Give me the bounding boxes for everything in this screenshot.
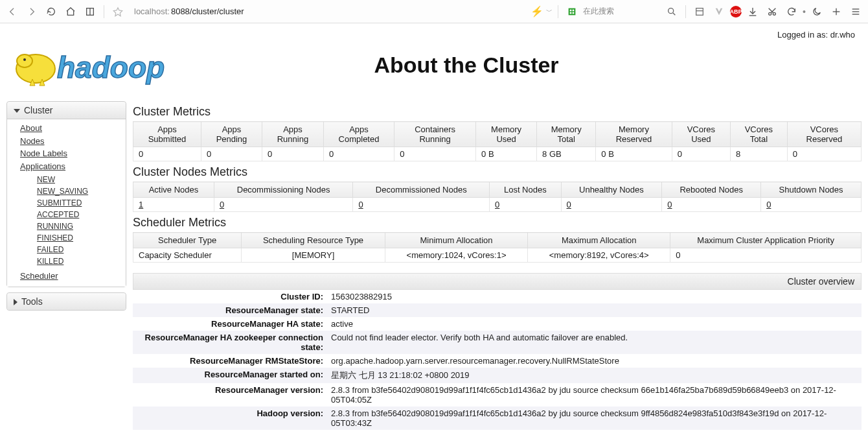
svg-rect-7 xyxy=(573,12,575,14)
link-decomming[interactable]: 0 xyxy=(220,200,224,209)
undo-icon[interactable] xyxy=(783,3,800,20)
td-apps-pending: 0 xyxy=(201,147,262,161)
th-sched-min: Minimum Allocation xyxy=(385,233,527,248)
overview-table: Cluster ID:1563023882915 ResourceManager… xyxy=(133,290,862,430)
section-scheduler: Scheduler Metrics xyxy=(133,216,862,230)
link-unhealthy[interactable]: 0 xyxy=(567,200,571,209)
v-rm-version: 2.8.3 from b3fe56402d908019d99af1f1f4fc6… xyxy=(327,383,862,407)
th-mem-total: Memory Total xyxy=(537,122,596,147)
sidebar-item-scheduler[interactable]: Scheduler xyxy=(20,270,120,283)
favorite-button[interactable] xyxy=(109,3,126,20)
appstate-running[interactable]: RUNNING xyxy=(37,220,120,232)
v-rm-statestore: org.apache.hadoop.yarn.server.resourcema… xyxy=(327,354,862,368)
td-mem-used: 0 B xyxy=(476,147,537,161)
td-decomming: 0 xyxy=(214,198,353,212)
link-decommed[interactable]: 0 xyxy=(358,200,363,209)
link-reboot[interactable]: 0 xyxy=(667,200,672,209)
td-mem-res: 0 B xyxy=(596,147,672,161)
th-shutdown: Shutdown Nodes xyxy=(761,182,862,198)
section-cluster-nodes: Cluster Nodes Metrics xyxy=(133,165,862,179)
browser-toolbar: localhost:8088/cluster/cluster ⚡ ﹀ 在此搜索 … xyxy=(0,0,868,23)
toolbar-right: ABP • xyxy=(691,3,864,20)
chevron-down-icon[interactable]: ﹀ xyxy=(546,7,553,16)
url-path: 8088/cluster/cluster xyxy=(171,6,244,16)
sidebar: Cluster About Nodes Node Labels Applicat… xyxy=(6,101,126,430)
header: hadoop About the Cluster xyxy=(6,41,862,88)
address-bar[interactable]: localhost:8088/cluster/cluster xyxy=(129,4,528,19)
reload-button[interactable] xyxy=(43,3,60,20)
appstate-finished[interactable]: FINISHED xyxy=(37,232,120,244)
back-button[interactable] xyxy=(4,3,21,20)
login-status: Logged in as: dr.who xyxy=(6,30,862,41)
translate-icon[interactable] xyxy=(691,3,708,20)
appstate-submitted[interactable]: SUBMITTED xyxy=(37,197,120,209)
svg-line-9 xyxy=(673,13,675,15)
sidebar-item-about[interactable]: About xyxy=(20,122,120,135)
th-reboot: Rebooted Nodes xyxy=(662,182,761,198)
appstate-failed[interactable]: FAILED xyxy=(37,244,120,255)
td-reboot: 0 xyxy=(662,198,761,212)
svg-point-8 xyxy=(668,8,674,13)
toolbar-separator xyxy=(104,5,104,18)
scissors-icon[interactable] xyxy=(764,3,781,20)
forward-button[interactable] xyxy=(23,3,40,20)
section-cluster-metrics: Cluster Metrics xyxy=(133,105,862,119)
k-rm-ha-zk: ResourceManager HA zookeeper connection … xyxy=(133,331,327,354)
svg-rect-5 xyxy=(573,9,575,11)
th-lost: Lost Nodes xyxy=(490,182,561,198)
extension1-icon[interactable] xyxy=(564,3,580,20)
th-unhealthy: Unhealthy Nodes xyxy=(561,182,662,198)
home-button[interactable] xyxy=(62,3,79,20)
k-rm-state: ResourceManager state: xyxy=(133,303,327,317)
moon-icon[interactable] xyxy=(808,3,825,20)
td-active: 1 xyxy=(133,198,214,212)
appstate-new[interactable]: NEW xyxy=(37,174,120,185)
appstate-killed[interactable]: KILLED xyxy=(37,255,120,267)
td-sched-min: <memory:1024, vCores:1> xyxy=(385,248,527,263)
td-apps-running: 0 xyxy=(262,147,324,161)
readmode-button[interactable] xyxy=(82,3,98,20)
menu-icon[interactable] xyxy=(847,3,864,20)
sidebar-panel-tools: Tools xyxy=(6,292,126,311)
appstate-accepted[interactable]: ACCEPTED xyxy=(37,209,120,220)
v-hadoop-version: 2.8.3 from b3fe56402d908019d99af1f1f4fc6… xyxy=(327,407,862,430)
td-sched-type: Capacity Scheduler xyxy=(133,248,242,263)
th-apps-pending: Apps Pending xyxy=(201,122,262,147)
adblock-icon[interactable]: ABP xyxy=(730,6,742,18)
link-shutdown[interactable]: 0 xyxy=(766,200,771,209)
svg-point-26 xyxy=(23,58,26,61)
svg-text:hadoop: hadoop xyxy=(57,51,165,84)
td-mem-total: 8 GB xyxy=(537,147,596,161)
v-badge-icon[interactable] xyxy=(711,3,727,20)
sidebar-head-cluster[interactable]: Cluster xyxy=(7,102,126,119)
v-rm-ha-zk: Could not find leader elector. Verify bo… xyxy=(327,331,862,354)
v-rm-started: 星期六 七月 13 21:18:02 +0800 2019 xyxy=(327,368,862,383)
td-vc-total: 8 xyxy=(731,147,788,161)
download-icon[interactable] xyxy=(744,3,761,20)
toolbar-search[interactable]: 在此搜索 xyxy=(583,5,661,19)
v-rm-ha-state: active xyxy=(327,317,862,331)
th-apps-submitted: Apps Submitted xyxy=(133,122,201,147)
td-apps-completed: 0 xyxy=(323,147,394,161)
sidebar-panel-cluster: Cluster About Nodes Node Labels Applicat… xyxy=(6,101,126,287)
hadoop-logo[interactable]: hadoop xyxy=(6,41,201,88)
th-active: Active Nodes xyxy=(133,182,214,198)
sidebar-head-tools[interactable]: Tools xyxy=(7,293,126,310)
th-sched-type: Scheduler Type xyxy=(133,233,242,248)
lightning-icon[interactable]: ⚡ xyxy=(531,5,543,18)
appstate-newsaving[interactable]: NEW_SAVING xyxy=(37,185,120,197)
url-host: localhost: xyxy=(134,6,170,16)
th-mem-used: Memory Used xyxy=(476,122,537,147)
scheduler-table: Scheduler Type Scheduling Resource Type … xyxy=(133,232,862,263)
appstate-list: NEW NEW_SAVING SUBMITTED ACCEPTED RUNNIN… xyxy=(37,174,120,267)
th-decommed: Decommissioned Nodes xyxy=(353,182,490,198)
sidebar-item-nodelabels[interactable]: Node Labels xyxy=(20,147,120,160)
sidebar-item-applications[interactable]: Applications xyxy=(20,160,120,173)
toolbar-separator xyxy=(558,5,558,18)
add-tab-icon[interactable] xyxy=(828,3,845,20)
link-active[interactable]: 1 xyxy=(139,200,143,209)
search-icon[interactable] xyxy=(663,3,680,20)
link-lost[interactable]: 0 xyxy=(495,200,499,209)
sidebar-item-nodes[interactable]: Nodes xyxy=(20,135,120,148)
k-rm-statestore: ResourceManager RMStateStore: xyxy=(133,354,327,368)
